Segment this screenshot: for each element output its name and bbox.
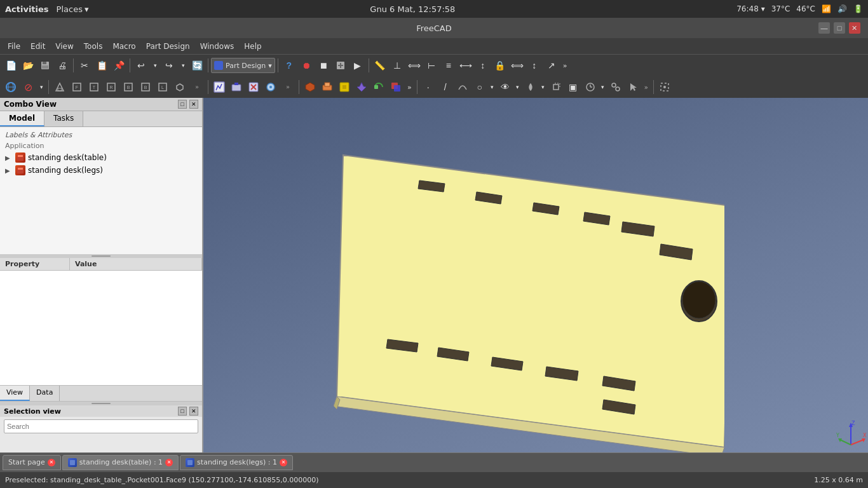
menu-tools[interactable]: Tools [79,41,108,52]
workbench-selector[interactable]: Part Design ▾ [211,58,275,73]
doc-tab-table[interactable]: standing desk(table) : 1 ✕ [62,455,179,470]
tab-data[interactable]: Data [30,386,60,401]
undo-button[interactable]: ↩ [133,57,149,74]
start-tab-close[interactable]: ✕ [48,459,55,466]
selection-mode-button[interactable] [656,79,673,95]
curve-tool-button[interactable] [454,79,471,95]
eye-dropdown-button[interactable]: ▾ [514,79,522,95]
view-sketch-button[interactable] [262,79,279,95]
snap-button[interactable] [607,79,624,95]
table-tab-close[interactable]: ✕ [165,459,173,466]
align-button[interactable]: ≡ [440,57,457,74]
minimize-button[interactable]: — [818,22,830,34]
circle-dropdown-button[interactable]: ▾ [489,79,496,95]
menu-macro[interactable]: Macro [107,41,140,52]
more-tb1-button[interactable]: ↗ [543,57,560,74]
back-view-button[interactable]: B [120,79,137,95]
open-file-button[interactable]: 📂 [20,57,36,74]
shade-button[interactable] [522,79,539,95]
sketch-menu-button[interactable]: » [280,79,296,95]
panel-restore-button[interactable]: □ [178,100,187,109]
top-view-button[interactable]: T [86,79,102,95]
no-view-button[interactable]: ⊘ [20,79,36,95]
refresh-button[interactable]: 🔄 [189,57,205,74]
menu-windows[interactable]: Windows [195,41,240,52]
line-tool-button[interactable]: / [437,79,454,95]
view3d-button[interactable] [3,79,19,95]
panel-close-button[interactable]: ✕ [189,100,198,109]
clock-dropdown-button[interactable]: ▾ [599,79,607,95]
legs-tab-close[interactable]: ✕ [280,459,287,466]
right-view-button[interactable]: R [103,79,119,95]
doc-tab-legs[interactable]: standing desk(legs) : 1 ✕ [180,455,293,470]
more-toolbar2b-button[interactable]: » [642,83,651,92]
menu-view[interactable]: View [50,41,78,52]
more-toolbar1-button[interactable]: » [560,60,570,71]
revolve-button[interactable] [370,79,387,95]
dim-button[interactable]: ↕ [526,57,543,74]
bottom-view-button[interactable]: B [137,79,154,95]
cut-button[interactable]: ✂ [76,57,93,74]
lock2-button[interactable]: ⟺ [509,57,526,74]
tab-model[interactable]: Model [0,111,44,126]
close-button[interactable]: ✕ [849,22,860,34]
point-tool-button[interactable]: · [420,79,437,95]
save-file-button[interactable] [37,57,53,74]
undo-dropdown-button[interactable]: ▾ [150,57,160,74]
menu-edit[interactable]: Edit [25,41,50,52]
redo-dropdown-button[interactable]: ▾ [178,57,188,74]
extrude-button[interactable] [336,79,353,95]
front-view-button[interactable]: F [69,79,85,95]
circle-tool-button[interactable]: ○ [471,79,488,95]
boolean-button[interactable] [388,79,404,95]
sym2-button[interactable]: ⟷ [458,57,474,74]
menu-file[interactable]: File [3,41,25,52]
measure-button[interactable]: 📏 [372,57,388,74]
print-button[interactable]: 🖨 [54,57,71,74]
stop-macro-button[interactable]: ⏹ [315,57,332,74]
iso-view-button[interactable] [172,79,188,95]
tab-tasks[interactable]: Tasks [44,111,83,126]
no-dropdown-button[interactable]: ▾ [37,79,46,95]
activities-button[interactable]: Activities [5,4,49,14]
tab-view[interactable]: View [0,386,30,401]
clock-button[interactable] [582,79,599,95]
paste-button[interactable]: 📌 [111,57,127,74]
play-button[interactable]: ▶ [349,57,366,74]
search-input[interactable] [4,419,198,433]
places-menu[interactable]: Places ▾ [57,4,89,14]
more-views-button[interactable]: » [189,79,205,95]
menu-help[interactable]: Help [239,41,266,52]
new-file-button[interactable]: 📄 [3,57,19,74]
new-sketch-button[interactable] [211,79,227,95]
record-macro-button[interactable]: ⏺ [298,57,315,74]
tree-item-table[interactable]: ▶ standing desk(table) [3,151,200,164]
more-toolbar2-button[interactable]: » [405,82,414,93]
fix-button[interactable]: ⊢ [423,57,440,74]
pin-button[interactable] [353,79,370,95]
menu-partdesign[interactable]: Part Design [141,41,195,52]
flip-button[interactable]: ↕ [475,57,491,74]
left-view-button[interactable]: L [154,79,171,95]
maximize-button[interactable]: □ [834,22,845,34]
mark-button[interactable] [332,57,349,74]
sel-restore-button[interactable]: □ [178,407,187,416]
part-button[interactable] [302,79,318,95]
eye-button[interactable]: 👁 [497,79,513,95]
pocket-button[interactable] [319,79,336,95]
constraint-button[interactable]: ⊥ [389,57,405,74]
viewport-3d[interactable]: Z X Y [203,98,868,452]
home-view-button[interactable] [51,79,68,95]
redo-button[interactable]: ↪ [161,57,177,74]
attach-sketch-button[interactable] [228,79,245,95]
shade-dropdown-button[interactable]: ▾ [539,79,547,95]
help-button[interactable]: ? [281,57,297,74]
doc-tab-start[interactable]: Start page ✕ [3,455,61,470]
transform-button[interactable] [548,79,564,95]
copy-button[interactable]: 📋 [93,57,110,74]
sel-close-button[interactable]: ✕ [189,407,198,416]
section-button[interactable]: ▣ [565,79,581,95]
close-sketch-button[interactable] [245,79,262,95]
tree-item-legs[interactable]: ▶ standing desk(legs) [3,164,200,177]
sym-button[interactable]: ⟺ [406,57,423,74]
